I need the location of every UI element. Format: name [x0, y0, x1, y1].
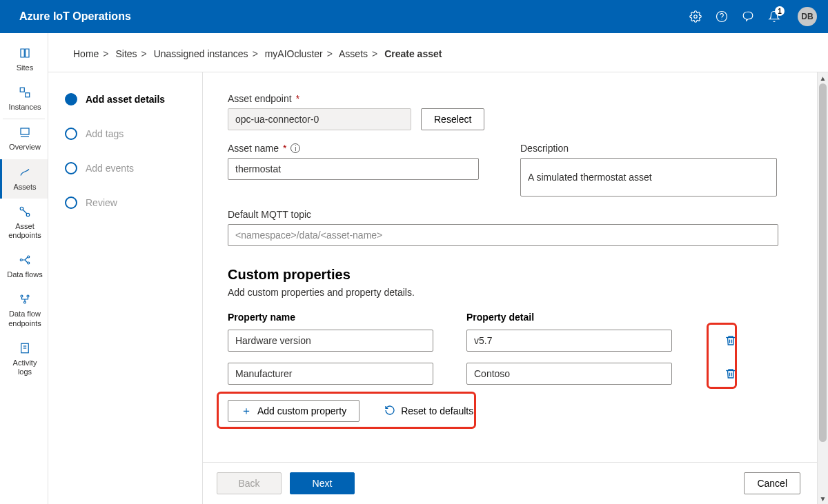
nav-label: Sites [17, 63, 33, 72]
svg-point-10 [20, 259, 22, 261]
custom-props-subtitle: Add custom properties and property detai… [228, 287, 800, 298]
description-label: Description [520, 143, 777, 154]
app-title: Azure IoT Operations [19, 10, 689, 23]
nav-data-flow-endpoints[interactable]: Data flow endpoints [0, 286, 48, 334]
property-detail-input[interactable] [466, 330, 672, 352]
back-button: Back [217, 472, 282, 494]
scroll-up-icon[interactable]: ▲ [818, 72, 828, 83]
breadcrumb: Home> Sites> Unassigned instances> myAIO… [48, 33, 828, 72]
endpoint-input [228, 108, 411, 130]
next-button[interactable]: Next [290, 472, 355, 494]
app-header: Azure IoT Operations 1 DB [0, 0, 828, 33]
overview-icon [19, 125, 31, 140]
nav-instances[interactable]: Instances [0, 79, 48, 119]
property-name-input[interactable] [228, 363, 433, 385]
svg-point-14 [27, 295, 29, 297]
endpoint-label: Asset endpoint * [228, 93, 800, 104]
form-panel: Asset endpoint * Reselect Asset name * i [203, 72, 828, 481]
book-icon [19, 46, 31, 61]
feedback-icon[interactable] [741, 10, 755, 23]
svg-point-12 [28, 262, 30, 264]
step-indicator-icon [65, 162, 77, 174]
breadcrumb-item[interactable]: Assets [339, 48, 368, 59]
nav-label: Instances [8, 103, 41, 112]
property-detail-input[interactable] [466, 363, 672, 385]
nav-data-flows[interactable]: Data flows [0, 247, 48, 286]
left-nav: Sites Instances Overview Assets Asset en… [0, 33, 48, 504]
step-indicator-icon [65, 128, 77, 140]
step-add-tags[interactable]: Add tags [65, 128, 195, 140]
annotation-highlight [217, 392, 476, 429]
mqtt-topic-input[interactable] [228, 224, 778, 246]
dataflows-icon [19, 252, 31, 268]
step-label: Add tags [86, 128, 124, 139]
nav-label: Activity logs [5, 359, 45, 376]
step-review[interactable]: Review [65, 196, 195, 209]
nav-label: Asset endpoints [5, 222, 45, 240]
nav-label: Data flow endpoints [5, 310, 45, 327]
description-input[interactable] [520, 158, 777, 196]
svg-rect-3 [20, 88, 24, 92]
nav-label: Assets [13, 183, 36, 192]
step-add-details[interactable]: Add asset details [65, 93, 195, 105]
help-icon[interactable] [715, 10, 729, 23]
custom-props-title: Custom properties [228, 267, 800, 283]
reselect-button[interactable]: Reselect [421, 108, 484, 130]
nav-overview[interactable]: Overview [0, 119, 48, 159]
mqtt-label: Default MQTT topic [228, 209, 800, 220]
col-property-detail: Property detail [466, 312, 672, 323]
svg-point-0 [694, 15, 698, 19]
nav-sites[interactable]: Sites [0, 40, 48, 79]
svg-point-15 [24, 301, 26, 303]
svg-point-13 [21, 295, 23, 297]
wizard-footer: Back Next Cancel [203, 462, 828, 504]
nav-activity-logs[interactable]: Activity logs [0, 335, 48, 383]
instances-icon [19, 85, 31, 100]
svg-rect-4 [26, 93, 30, 97]
settings-icon[interactable] [689, 10, 702, 23]
col-property-name: Property name [228, 312, 433, 323]
property-name-input[interactable] [228, 330, 433, 352]
svg-rect-5 [21, 128, 29, 134]
name-label: Asset name * i [228, 143, 479, 154]
step-label: Review [86, 197, 117, 208]
nav-label: Overview [9, 143, 41, 152]
content-area: Home> Sites> Unassigned instances> myAIO… [48, 33, 828, 504]
cancel-button[interactable]: Cancel [744, 472, 800, 494]
notification-badge: 1 [775, 6, 785, 16]
nav-asset-endpoints[interactable]: Asset endpoints [0, 199, 48, 247]
nav-assets[interactable]: Assets [0, 159, 48, 199]
step-indicator-icon [65, 196, 77, 209]
breadcrumb-item[interactable]: Sites [115, 48, 137, 59]
scroll-down-icon[interactable]: ▼ [818, 493, 828, 504]
svg-point-1 [717, 12, 727, 22]
step-indicator-icon [65, 93, 77, 105]
scrollbar[interactable]: ▲ ▼ [817, 72, 828, 504]
breadcrumb-current: Create asset [384, 48, 442, 59]
notifications-icon[interactable]: 1 [767, 10, 781, 23]
header-actions: 1 DB [689, 7, 817, 26]
asset-name-input[interactable] [228, 158, 479, 180]
scroll-thumb[interactable] [819, 83, 827, 442]
wizard-stepper: Add asset details Add tags Add events Re… [48, 72, 203, 504]
nav-label: Data flows [7, 270, 42, 279]
assets-icon [19, 165, 31, 180]
svg-point-11 [28, 256, 30, 258]
endpoints-icon [19, 204, 31, 219]
step-label: Add asset details [86, 94, 165, 105]
logs-icon [19, 341, 31, 356]
breadcrumb-item[interactable]: Home [73, 48, 99, 59]
breadcrumb-item[interactable]: myAIOcluster [265, 48, 323, 59]
breadcrumb-item[interactable]: Unassigned instances [154, 48, 248, 59]
avatar[interactable]: DB [798, 7, 817, 26]
svg-line-9 [23, 210, 27, 214]
step-add-events[interactable]: Add events [65, 162, 195, 174]
step-label: Add events [86, 163, 134, 174]
dataflow-endpoints-icon [19, 292, 31, 307]
info-icon[interactable]: i [290, 143, 300, 153]
annotation-highlight [707, 323, 737, 389]
